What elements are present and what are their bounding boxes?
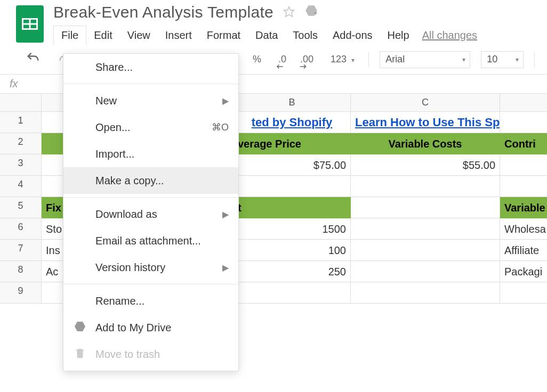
submenu-arrow-icon: ▶ bbox=[222, 96, 229, 106]
redo-button[interactable] bbox=[54, 48, 63, 70]
row-header-3[interactable]: 3 bbox=[0, 154, 42, 176]
cell-B6[interactable]: 1500 bbox=[234, 218, 351, 240]
file-menu-move-to-trash-label: Move to trash bbox=[95, 348, 160, 361]
file-menu-rename-label: Rename... bbox=[95, 295, 144, 307]
menu-file[interactable]: File bbox=[53, 26, 86, 45]
cell-D8[interactable]: Packagi bbox=[500, 261, 547, 282]
cell-D5[interactable]: Variable bbox=[500, 197, 547, 218]
file-menu-email-attachment-label: Email as attachment... bbox=[95, 235, 201, 247]
menu-help[interactable]: Help bbox=[380, 26, 417, 45]
column-header-D[interactable] bbox=[500, 94, 547, 112]
learn-how-link[interactable]: Learn How to Use This Sp bbox=[355, 115, 495, 130]
decimal-controls: .0 .00 bbox=[275, 52, 317, 67]
all-changes-saved[interactable]: All changes bbox=[422, 29, 477, 42]
row-header-2[interactable]: 2 bbox=[0, 133, 42, 154]
file-menu-new[interactable]: New ▶ bbox=[63, 87, 238, 114]
svg-text:+: + bbox=[313, 9, 318, 17]
file-menu-version-history[interactable]: Version history ▶ bbox=[63, 254, 238, 281]
row-header-9[interactable]: 9 bbox=[0, 282, 42, 304]
cell-D2[interactable]: Contri bbox=[500, 133, 547, 154]
file-menu-open-label: Open... bbox=[95, 121, 131, 134]
column-header-C[interactable]: C bbox=[351, 94, 500, 112]
font-size-picker[interactable]: 10 ▾ bbox=[481, 51, 524, 68]
row-header-6[interactable]: 6 bbox=[0, 218, 42, 240]
cell-C6[interactable] bbox=[351, 218, 500, 240]
cell-B4[interactable] bbox=[234, 176, 351, 197]
drive-move-icon[interactable]: + bbox=[304, 3, 318, 21]
cell-D1[interactable] bbox=[500, 112, 547, 133]
select-all-corner[interactable] bbox=[0, 94, 42, 112]
cell-B3[interactable]: $75.00 bbox=[234, 154, 351, 176]
row-header-5[interactable]: 5 bbox=[0, 197, 42, 218]
menu-view[interactable]: View bbox=[120, 26, 158, 45]
submenu-arrow-icon: ▶ bbox=[222, 209, 229, 219]
row-header-1[interactable]: 1 bbox=[0, 112, 42, 133]
file-menu-download-as-label: Download as bbox=[95, 208, 157, 220]
file-menu-download-as[interactable]: Download as ▶ bbox=[63, 201, 238, 227]
cell-D3[interactable] bbox=[500, 154, 547, 176]
cell-B5[interactable]: t bbox=[234, 197, 351, 218]
font-family-label: Arial bbox=[385, 54, 405, 65]
cell-D4[interactable] bbox=[500, 176, 547, 197]
increase-decimal-label: .00 bbox=[300, 54, 313, 64]
menu-separator bbox=[63, 197, 238, 198]
cell-C7[interactable] bbox=[351, 240, 500, 261]
file-menu-make-copy-label: Make a copy... bbox=[95, 175, 164, 187]
file-menu-open[interactable]: Open... ⌘O bbox=[63, 114, 238, 141]
shopify-link[interactable]: ted by Shopify bbox=[238, 115, 346, 130]
cell-C8[interactable] bbox=[351, 261, 500, 282]
toolbar-separator bbox=[368, 52, 369, 67]
cell-D6[interactable]: Wholesa bbox=[500, 218, 547, 240]
menu-data[interactable]: Data bbox=[248, 26, 285, 45]
cell-C3[interactable]: $55.00 bbox=[351, 154, 500, 176]
cell-B2[interactable]: verage Price bbox=[234, 133, 351, 154]
menu-insert[interactable]: Insert bbox=[158, 26, 199, 45]
chevron-down-icon: ▾ bbox=[351, 56, 355, 64]
cell-B7[interactable]: 100 bbox=[234, 240, 351, 261]
menu-edit[interactable]: Edit bbox=[86, 26, 119, 45]
drive-icon bbox=[72, 320, 88, 336]
column-header-B[interactable]: B bbox=[234, 94, 351, 112]
cell-C2[interactable]: Variable Costs bbox=[351, 133, 500, 154]
toolbar-separator bbox=[534, 52, 535, 67]
svg-marker-0 bbox=[284, 7, 294, 17]
undo-button[interactable] bbox=[22, 48, 44, 70]
font-size-label: 10 bbox=[487, 54, 497, 65]
star-icon[interactable] bbox=[283, 3, 295, 21]
row-header-7[interactable]: 7 bbox=[0, 240, 42, 261]
file-menu-share-label: Share... bbox=[95, 61, 133, 74]
cell-B1[interactable]: ted by Shopify bbox=[234, 112, 351, 133]
number-format-dropdown[interactable]: 123 ▾ bbox=[327, 52, 358, 67]
row-header-4[interactable]: 4 bbox=[0, 176, 42, 197]
cell-C9[interactable] bbox=[351, 282, 500, 304]
file-menu-dropdown: Share... New ▶ Open... ⌘O Import... Make… bbox=[63, 53, 239, 371]
file-menu-move-to-trash: Move to trash bbox=[63, 341, 238, 368]
submenu-arrow-icon: ▶ bbox=[222, 263, 229, 273]
sheets-logo-icon bbox=[16, 5, 44, 43]
file-menu-add-to-drive[interactable]: Add to My Drive bbox=[63, 314, 238, 341]
file-menu-share[interactable]: Share... bbox=[63, 54, 238, 80]
document-title[interactable]: Break-Even Analysis Template bbox=[53, 3, 274, 21]
decrease-decimal-label: .0 bbox=[278, 54, 286, 64]
file-menu-import-label: Import... bbox=[95, 148, 134, 160]
menu-format[interactable]: Format bbox=[199, 26, 248, 45]
cell-B9[interactable] bbox=[234, 282, 351, 304]
cell-C4[interactable] bbox=[351, 176, 500, 197]
menu-tools[interactable]: Tools bbox=[285, 26, 325, 45]
format-percent[interactable]: % bbox=[250, 52, 264, 67]
file-menu-open-shortcut: ⌘O bbox=[212, 121, 229, 133]
cell-D7[interactable]: Affiliate bbox=[500, 240, 547, 261]
increase-decimal[interactable]: .00 bbox=[297, 52, 317, 67]
cell-B8[interactable]: 250 bbox=[234, 261, 351, 282]
decrease-decimal[interactable]: .0 bbox=[275, 52, 289, 67]
file-menu-make-copy[interactable]: Make a copy... bbox=[63, 167, 238, 194]
menu-addons[interactable]: Add-ons bbox=[325, 26, 380, 45]
row-header-8[interactable]: 8 bbox=[0, 261, 42, 282]
cell-C5[interactable] bbox=[351, 197, 500, 218]
file-menu-import[interactable]: Import... bbox=[63, 141, 238, 167]
cell-C1[interactable]: Learn How to Use This Sp bbox=[351, 112, 500, 133]
file-menu-email-attachment[interactable]: Email as attachment... bbox=[63, 227, 238, 254]
cell-D9[interactable] bbox=[500, 282, 547, 304]
font-family-picker[interactable]: Arial ▾ bbox=[380, 51, 470, 68]
file-menu-rename[interactable]: Rename... bbox=[63, 288, 238, 314]
